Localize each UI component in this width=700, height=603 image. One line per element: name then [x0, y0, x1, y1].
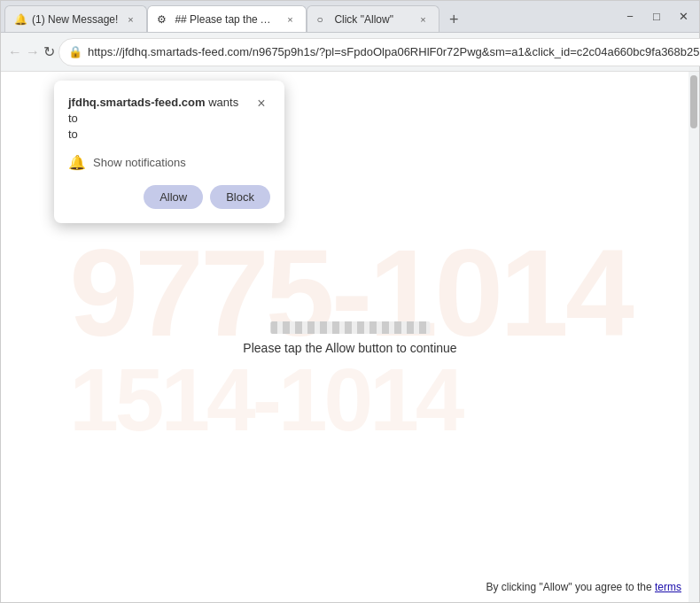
tab-1-close[interactable]: ×	[123, 12, 137, 27]
lock-icon: 🔒	[68, 45, 82, 58]
tab-1[interactable]: 🔔 (1) New Message! ×	[4, 5, 147, 32]
close-button[interactable]: ✕	[671, 4, 696, 29]
tab-3[interactable]: ○ Click "Allow" ×	[307, 5, 439, 32]
tab-3-favicon: ○	[316, 13, 329, 26]
tab-bar: 🔔 (1) New Message! × ⚙ ## Please tap the…	[4, 1, 614, 32]
maximize-button[interactable]: □	[644, 4, 669, 29]
progress-area: Please tap the Allow button to continue	[243, 321, 456, 355]
allow-button[interactable]: Allow	[144, 185, 203, 209]
terms-link[interactable]: terms	[655, 581, 681, 593]
title-bar: 🔔 (1) New Message! × ⚙ ## Please tap the…	[1, 1, 699, 33]
tab-2-favicon: ⚙	[157, 13, 169, 26]
popup-buttons: Allow Block	[68, 185, 270, 209]
tab-2-close[interactable]: ×	[283, 12, 297, 27]
scrollbar-thumb[interactable]	[690, 75, 697, 128]
tab-2[interactable]: ⚙ ## Please tap the Allow button... ×	[147, 5, 307, 32]
progress-text: Please tap the Allow button to continue	[243, 341, 456, 355]
tab-3-title: Click "Allow"	[334, 13, 410, 26]
progress-bar	[270, 321, 430, 334]
url-text: https://jfdhq.smartads-feed.com/n9675p9h…	[88, 45, 700, 58]
tab-1-title: (1) New Message!	[32, 13, 118, 26]
window-controls: − □ ✕	[618, 4, 696, 29]
minimize-button[interactable]: −	[618, 4, 642, 29]
page-content: 9775-1014 1514-1014 jfdhq.smartads-feed.…	[1, 72, 699, 602]
tab-3-close[interactable]: ×	[416, 12, 430, 27]
tab-1-favicon: 🔔	[14, 13, 27, 26]
new-tab-button[interactable]: +	[441, 7, 466, 32]
popup-domain: jfdhq.smartads-feed.com	[68, 96, 206, 109]
block-button[interactable]: Block	[210, 185, 270, 209]
bottom-text-content: By clicking "Allow" you agree to the	[486, 581, 651, 593]
notification-popup: jfdhq.smartads-feed.com wants to to × 🔔 …	[54, 81, 284, 223]
bottom-text: By clicking "Allow" you agree to the ter…	[486, 581, 681, 593]
reload-button[interactable]: ↻	[43, 38, 55, 66]
browser-window: 🔔 (1) New Message! × ⚙ ## Please tap the…	[0, 0, 700, 603]
permission-text: Show notifications	[93, 156, 186, 169]
watermark-line2: 1514-1014	[69, 355, 631, 444]
tab-2-title: ## Please tap the Allow button...	[175, 13, 277, 26]
nav-bar: ← → ↻ 🔒 https://jfdhq.smartads-feed.com/…	[1, 33, 699, 72]
back-button[interactable]: ←	[8, 38, 22, 66]
forward-button[interactable]: →	[26, 38, 40, 66]
address-bar[interactable]: 🔒 https://jfdhq.smartads-feed.com/n9675p…	[58, 38, 700, 66]
popup-close-button[interactable]: ×	[253, 95, 270, 112]
popup-to-text: to	[68, 128, 78, 141]
popup-header: jfdhq.smartads-feed.com wants to to ×	[68, 95, 270, 143]
bell-icon: 🔔	[68, 154, 86, 171]
popup-title: jfdhq.smartads-feed.com wants to to	[68, 95, 249, 143]
scrollbar[interactable]	[688, 72, 699, 602]
notification-row: 🔔 Show notifications	[68, 154, 270, 171]
